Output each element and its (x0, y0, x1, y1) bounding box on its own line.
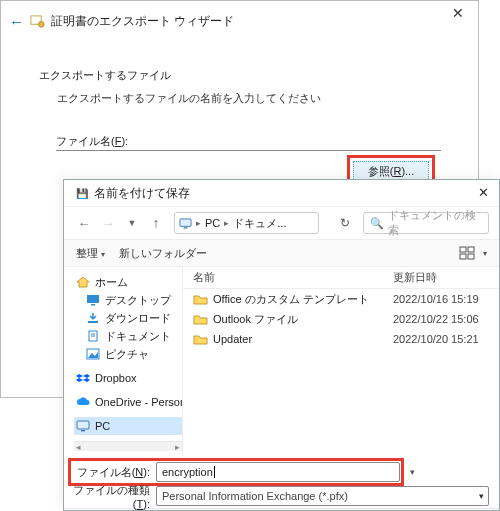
svg-rect-9 (468, 254, 474, 259)
home-icon (76, 276, 90, 288)
nav-back-icon[interactable]: ← (74, 212, 94, 234)
file-list: 名前 更新日時 Office のカスタム テンプレート 2022/10/16 1… (183, 267, 499, 456)
svg-rect-23 (77, 421, 89, 429)
organize-menu[interactable]: 整理 ▾ (76, 246, 105, 261)
chevron-down-icon[interactable]: ▾ (410, 467, 415, 477)
dialog-title: 名前を付けて保存 (94, 185, 190, 202)
svg-marker-22 (83, 378, 90, 382)
chevron-right-icon: ▸ (222, 218, 231, 228)
pictures-icon (86, 348, 100, 360)
svg-point-1 (38, 22, 44, 28)
svg-rect-24 (81, 430, 85, 431)
chevron-down-icon: ▾ (101, 250, 105, 259)
wizard-filename-input[interactable] (56, 150, 441, 151)
column-headers[interactable]: 名前 更新日時 (183, 267, 499, 289)
folder-tree: ホーム デスクトップ ダウンロード ドキュメント ピクチャ Dropbox On… (64, 267, 183, 456)
wizard-instruction: エクスポートするファイルの名前を入力してください (57, 91, 321, 106)
dropbox-icon (76, 372, 90, 384)
chevron-down-icon[interactable]: ▼ (122, 212, 142, 234)
svg-marker-20 (83, 374, 90, 378)
nav-up-icon[interactable]: ↑ (146, 212, 166, 234)
breadcrumb[interactable]: ▸ PC ▸ ドキュメ... (174, 212, 319, 234)
save-icon: 💾 (76, 188, 88, 199)
refresh-icon[interactable]: ↻ (335, 216, 355, 230)
tree-item-documents[interactable]: ドキュメント (74, 327, 182, 345)
chevron-down-icon[interactable]: ▾ (483, 249, 487, 258)
close-icon[interactable]: ✕ (452, 5, 464, 21)
list-item[interactable]: Updater 2022/10/20 15:21 (183, 329, 499, 349)
svg-rect-8 (460, 254, 466, 259)
text-cursor (214, 466, 215, 478)
svg-marker-19 (76, 374, 83, 378)
dialog-toolbar: 整理 ▾ 新しいフォルダー ▾ (64, 239, 499, 267)
filetype-row: ファイルの種類(T): Personal Information Exchang… (64, 484, 499, 508)
tree-item-pictures[interactable]: ピクチャ (74, 345, 182, 363)
view-mode-icon[interactable] (459, 246, 475, 260)
breadcrumb-seg[interactable]: PC (205, 217, 220, 229)
tree-item-onedrive[interactable]: OneDrive - Person (74, 393, 182, 411)
browse-button[interactable]: 参照(R)... (353, 161, 429, 181)
download-icon (86, 312, 100, 324)
dialog-fields: ファイル名(N): encryption ▾ ファイルの種類(T): Perso… (64, 456, 499, 508)
folder-icon (193, 333, 208, 345)
wizard-titlebar: ← 証明書のエクスポート ウィザード (9, 13, 234, 30)
svg-rect-7 (468, 247, 474, 252)
chevron-right-icon: ▸ (194, 218, 203, 228)
filetype-select[interactable]: Personal Information Exchange (*.pfx) ▾ (156, 486, 489, 506)
list-item[interactable]: Office のカスタム テンプレート 2022/10/16 15:19 (183, 289, 499, 309)
filetype-label: ファイルの種類(T): (64, 483, 156, 510)
list-item[interactable]: Outlook ファイル 2022/10/22 15:06 (183, 309, 499, 329)
tree-horizontal-scrollbar[interactable]: ◂▸ (74, 441, 182, 451)
wizard-filename-label: ファイル名(F): (56, 134, 128, 149)
new-folder-button[interactable]: 新しいフォルダー (119, 246, 207, 261)
svg-marker-21 (76, 378, 83, 382)
svg-rect-4 (180, 218, 191, 225)
dialog-nav: ← → ▼ ↑ ▸ PC ▸ ドキュメ... ↻ 🔍 ドキュメントの検索 (64, 207, 499, 239)
pc-icon (76, 420, 90, 432)
dialog-titlebar: 💾 名前を付けて保存 ✕ (64, 180, 499, 207)
nav-forward-icon[interactable]: → (98, 212, 118, 234)
filename-row: ファイル名(N): encryption ▾ (64, 460, 499, 484)
search-placeholder: ドキュメントの検索 (388, 208, 482, 238)
back-icon[interactable]: ← (9, 13, 24, 30)
folder-icon (193, 293, 208, 305)
filename-input[interactable]: encryption (156, 462, 400, 482)
column-date[interactable]: 更新日時 (393, 270, 499, 285)
svg-marker-10 (77, 277, 89, 287)
column-name[interactable]: 名前 (183, 270, 393, 285)
tree-item-downloads[interactable]: ダウンロード (74, 309, 182, 327)
folder-icon (193, 313, 208, 325)
cloud-icon (76, 396, 90, 408)
desktop-icon (86, 294, 100, 306)
save-as-dialog: 💾 名前を付けて保存 ✕ ← → ▼ ↑ ▸ PC ▸ ドキュメ... ↻ 🔍 … (63, 179, 500, 511)
tree-item-desktop[interactable]: デスクトップ (74, 291, 182, 309)
chevron-down-icon: ▾ (479, 491, 484, 501)
search-input[interactable]: 🔍 ドキュメントの検索 (363, 212, 489, 234)
document-icon (86, 330, 100, 342)
wizard-section-heading: エクスポートするファイル (39, 68, 171, 83)
wizard-title: 証明書のエクスポート ウィザード (51, 13, 234, 30)
filename-label: ファイル名(N): (72, 465, 156, 480)
breadcrumb-seg[interactable]: ドキュメ... (233, 216, 286, 231)
tree-item-home[interactable]: ホーム (74, 273, 182, 291)
close-icon[interactable]: ✕ (478, 185, 489, 200)
tree-item-pc[interactable]: PC (74, 417, 182, 435)
search-icon: 🔍 (370, 217, 384, 230)
pc-icon (179, 218, 192, 229)
certificate-icon (30, 14, 45, 29)
svg-rect-12 (91, 304, 95, 306)
svg-rect-13 (88, 321, 98, 323)
svg-rect-6 (460, 247, 466, 252)
tree-item-dropbox[interactable]: Dropbox (74, 369, 182, 387)
svg-rect-5 (184, 227, 188, 228)
svg-rect-11 (87, 295, 99, 303)
